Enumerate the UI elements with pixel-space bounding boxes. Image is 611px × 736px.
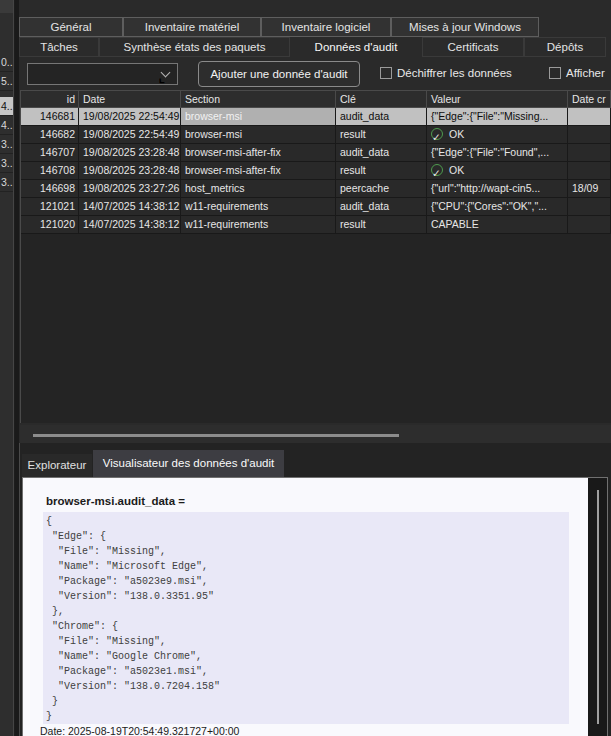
cell-date[interactable]: 19/08/2025 22:54:49: [79, 108, 181, 126]
viewer-title: browser-msi.audit_data =: [46, 495, 185, 507]
ok-check-icon: ✓: [431, 164, 443, 176]
cell-id[interactable]: 121020: [21, 216, 79, 234]
tab-certificats[interactable]: Certificats: [422, 37, 524, 57]
cell-date2[interactable]: [568, 198, 611, 216]
cell-date2[interactable]: [568, 108, 611, 126]
cell-id[interactable]: 146708: [21, 162, 79, 180]
column-header-date[interactable]: Date: [79, 91, 181, 108]
cell-date2[interactable]: [568, 216, 611, 234]
cell-date2[interactable]: [568, 144, 611, 162]
horizontal-scrollbar-thumb[interactable]: [33, 434, 399, 437]
cell-key[interactable]: result: [336, 216, 427, 234]
table-row[interactable]: 14668219/08/2025 22:54:49browser-msiresu…: [21, 126, 611, 144]
cell-value[interactable]: ✓OK: [427, 126, 568, 144]
cell-key[interactable]: result: [336, 126, 427, 144]
background-grid-cell[interactable]: 4..: [0, 97, 13, 116]
background-grid-cell[interactable]: 3..: [0, 173, 13, 192]
grid-body: 14668119/08/2025 22:54:49browser-msiaudi…: [21, 108, 611, 234]
show-checkbox[interactable]: Afficher: [549, 67, 605, 80]
cell-date[interactable]: 19/08/2025 22:54:49: [79, 126, 181, 144]
cell-section[interactable]: browser-msi: [181, 126, 336, 144]
background-grid-cell[interactable]: 0..: [0, 53, 13, 72]
cell-section[interactable]: browser-msi: [181, 108, 336, 126]
cell-key[interactable]: peercache: [336, 180, 427, 198]
cell-value[interactable]: {"Edge":{"File":"Found",...: [427, 144, 568, 162]
table-row[interactable]: 14670719/08/2025 23:28:48browser-msi-aft…: [21, 144, 611, 162]
cell-date[interactable]: 19/08/2025 23:28:48: [79, 144, 181, 162]
cell-id[interactable]: 146682: [21, 126, 79, 144]
decrypt-data-checkbox[interactable]: Déchiffrer les données: [380, 67, 512, 80]
cell-section[interactable]: browser-msi-after-fix: [181, 144, 336, 162]
horizontal-scrollbar[interactable]: [20, 425, 611, 443]
cell-section[interactable]: w11-requirements: [181, 216, 336, 234]
cell-id[interactable]: 146707: [21, 144, 79, 162]
cell-section[interactable]: w11-requirements: [181, 198, 336, 216]
background-grid-cell[interactable]: 4..: [0, 116, 13, 135]
cell-date[interactable]: 14/07/2025 14:38:12: [79, 216, 181, 234]
grid-corner: [0, 0, 13, 13]
cell-key[interactable]: audit_data: [336, 198, 427, 216]
tab-depots[interactable]: Dépôts: [524, 37, 606, 57]
viewer-vertical-scrollbar[interactable]: [588, 478, 607, 736]
tab-visualisateur-donnees-audit[interactable]: Visualisateur des données d'audit: [93, 450, 284, 477]
show-label: Afficher: [566, 67, 605, 79]
checkbox-icon: [380, 67, 392, 79]
host-detail-panel: Général Inventaire matériel Inventaire l…: [19, 0, 611, 736]
audit-data-panel: 0..5..4..4..3..3..3.. Général Inventaire…: [0, 0, 611, 736]
tab-donnees-audit[interactable]: Données d'audit: [290, 37, 422, 57]
cell-value[interactable]: CAPABLE: [427, 216, 568, 234]
cell-date[interactable]: 19/08/2025 23:27:26: [79, 180, 181, 198]
tab-row-2: Tâches Synthèse états des paquets Donnée…: [19, 37, 611, 57]
tab-row-1: Général Inventaire matériel Inventaire l…: [19, 17, 611, 37]
cell-value[interactable]: {"CPU":{"Cores":"OK","...: [427, 198, 568, 216]
tab-inventaire-materiel[interactable]: Inventaire matériel: [123, 17, 261, 37]
grid-header-row: id Date Section Clé Valeur Date cr: [21, 91, 611, 108]
cell-value[interactable]: {"Edge":{"File":"Missing...: [427, 108, 568, 126]
tab-mises-a-jour-windows[interactable]: Mises à jour Windows: [391, 17, 539, 37]
cell-date2[interactable]: [568, 162, 611, 180]
background-grid-cell[interactable]: 5..: [0, 72, 13, 91]
column-header-section[interactable]: Section: [181, 91, 336, 108]
table-row[interactable]: 14670819/08/2025 23:28:48browser-msi-aft…: [21, 162, 611, 180]
tab-general[interactable]: Général: [19, 17, 123, 37]
decrypt-data-label: Déchiffrer les données: [397, 67, 512, 79]
cell-id[interactable]: 121021: [21, 198, 79, 216]
viewer-scrollbar-thumb[interactable]: [597, 490, 599, 724]
column-header-id[interactable]: id: [21, 91, 79, 108]
background-grid-sliver: 0..5..4..4..3..3..3..: [0, 0, 14, 736]
add-audit-data-button[interactable]: Ajouter une donnée d'audit: [198, 61, 360, 87]
cell-date[interactable]: 14/07/2025 14:38:12: [79, 198, 181, 216]
cell-section[interactable]: host_metrics: [181, 180, 336, 198]
audit-data-viewer: browser-msi.audit_data = { "Edge": { "Fi…: [22, 477, 608, 736]
table-row[interactable]: 14668119/08/2025 22:54:49browser-msiaudi…: [21, 108, 611, 126]
tab-taches[interactable]: Tâches: [19, 37, 99, 57]
column-header-valeur[interactable]: Valeur: [427, 91, 568, 108]
column-header-date-cr[interactable]: Date cr: [568, 91, 611, 108]
tab-inventaire-logiciel[interactable]: Inventaire logiciel: [261, 17, 391, 37]
table-row[interactable]: 12102014/07/2025 14:38:12w11-requirement…: [21, 216, 611, 234]
column-header-cle[interactable]: Clé: [336, 91, 427, 108]
checkbox-icon: [549, 67, 561, 79]
background-grid-rows: 0..5..4..4..3..3..3..: [0, 53, 13, 192]
cell-value[interactable]: {"url":"http://wapt-cin5...: [427, 180, 568, 198]
audit-filter-combobox[interactable]: ⌄: [27, 63, 178, 85]
background-grid-cell[interactable]: 3..: [0, 135, 13, 154]
cell-key[interactable]: audit_data: [336, 108, 427, 126]
cell-date2[interactable]: [568, 126, 611, 144]
cell-key[interactable]: audit_data: [336, 144, 427, 162]
cell-date[interactable]: 19/08/2025 23:28:48: [79, 162, 181, 180]
tab-synthese-etats-paquets[interactable]: Synthèse états des paquets: [99, 37, 290, 57]
cell-section[interactable]: browser-msi-after-fix: [181, 162, 336, 180]
audit-data-grid: id Date Section Clé Valeur Date cr 14668…: [20, 90, 611, 423]
table-row[interactable]: 14669819/08/2025 23:27:26host_metricspee…: [21, 180, 611, 198]
tab-explorateur[interactable]: Explorateur: [22, 454, 92, 477]
cell-key[interactable]: result: [336, 162, 427, 180]
cell-value[interactable]: ✓OK: [427, 162, 568, 180]
cell-id[interactable]: 146681: [21, 108, 79, 126]
viewer-date-line: Date: 2025-08-19T20:54:49.321727+00:00: [40, 725, 239, 736]
cell-id[interactable]: 146698: [21, 180, 79, 198]
background-grid-cell[interactable]: 3..: [0, 154, 13, 173]
table-row[interactable]: 12102114/07/2025 14:38:12w11-requirement…: [21, 198, 611, 216]
cell-date2[interactable]: 18/09: [568, 180, 611, 198]
ok-check-icon: ✓: [431, 128, 443, 140]
